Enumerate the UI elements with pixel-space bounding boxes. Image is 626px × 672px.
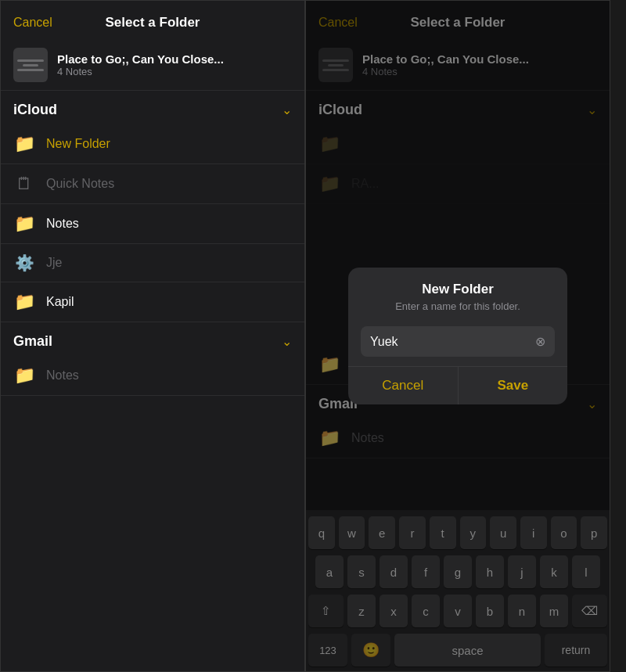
- gmail-notes-label: Notes: [46, 368, 79, 383]
- left-cancel-button[interactable]: Cancel: [13, 16, 52, 30]
- right-panel: Cancel Select a Folder Place to Go;, Can…: [305, 0, 610, 672]
- left-gmail-title: Gmail: [13, 333, 52, 350]
- modal-title: New Folder: [364, 282, 552, 297]
- modal-input-value: Yuek: [370, 335, 535, 349]
- modal-cancel-button[interactable]: Cancel: [348, 367, 458, 404]
- thumb-line-1: [17, 59, 44, 62]
- modal-input-field[interactable]: Yuek ⊗: [361, 326, 555, 357]
- recent-note-info: Place to Go;, Can You Close... 4 Notes: [57, 52, 224, 77]
- new-folder-modal: New Folder Enter a name for this folder.…: [348, 268, 567, 404]
- thumb-line-3: [17, 69, 44, 71]
- left-icloud-section-header: iCloud ⌄: [1, 91, 304, 124]
- left-header-title: Select a Folder: [106, 15, 200, 31]
- left-notes-item[interactable]: 📁 Notes: [1, 204, 304, 244]
- icloud-chevron-icon[interactable]: ⌄: [282, 102, 292, 117]
- left-header: Cancel Select a Folder: [1, 1, 304, 40]
- recent-note-title: Place to Go;, Can You Close...: [57, 52, 224, 66]
- gmail-chevron-icon[interactable]: ⌄: [282, 334, 292, 349]
- jje-label: Jje: [46, 256, 62, 270]
- quick-notes-icon: 🗒: [13, 174, 35, 194]
- jje-gear-icon: ⚙️: [13, 253, 35, 272]
- left-gmail-notes-item[interactable]: 📁 Notes: [1, 356, 304, 396]
- modal-save-button[interactable]: Save: [459, 367, 568, 404]
- notes-folder-label: Notes: [46, 217, 79, 231]
- left-recent-note[interactable]: Place to Go;, Can You Close... 4 Notes: [1, 40, 304, 91]
- recent-note-count: 4 Notes: [57, 66, 224, 77]
- left-new-folder-item[interactable]: 📁 New Folder: [1, 124, 304, 164]
- notes-folder-icon: 📁: [13, 214, 35, 234]
- left-gmail-section-header: Gmail ⌄: [1, 322, 304, 356]
- left-quick-notes-item[interactable]: 🗒 Quick Notes: [1, 164, 304, 204]
- left-kapil-item[interactable]: 📁 Kapil: [1, 282, 304, 322]
- modal-overlay: New Folder Enter a name for this folder.…: [306, 1, 610, 671]
- new-folder-label: New Folder: [46, 137, 110, 151]
- new-folder-icon: 📁: [13, 134, 35, 154]
- kapil-folder-icon: 📁: [13, 292, 35, 312]
- modal-input-wrap: Yuek ⊗: [348, 317, 567, 366]
- note-thumbnail: [13, 48, 48, 82]
- left-jje-item[interactable]: ⚙️ Jje: [1, 244, 304, 282]
- left-icloud-title: iCloud: [13, 102, 57, 118]
- kapil-label: Kapil: [46, 295, 74, 309]
- modal-subtitle: Enter a name for this folder.: [364, 300, 552, 312]
- gmail-notes-icon: 📁: [13, 365, 35, 386]
- left-panel: Cancel Select a Folder Place to Go;, Can…: [0, 0, 305, 672]
- thumb-line-2: [23, 64, 38, 66]
- modal-header: New Folder Enter a name for this folder.: [348, 268, 567, 317]
- modal-actions: Cancel Save: [348, 366, 567, 404]
- modal-clear-button[interactable]: ⊗: [535, 334, 545, 349]
- quick-notes-label: Quick Notes: [46, 177, 114, 191]
